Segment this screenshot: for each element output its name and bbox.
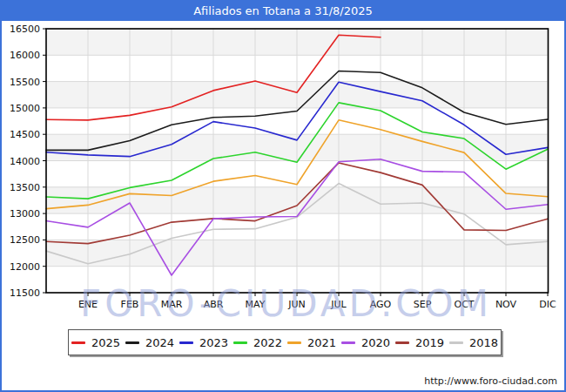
- y-tick-label: 11500: [10, 287, 40, 299]
- legend-label: 2019: [415, 336, 444, 349]
- legend-label: 2024: [145, 336, 174, 349]
- x-tick-label: DIC: [539, 299, 556, 310]
- y-tick-label: 12500: [10, 234, 40, 246]
- legend-label: 2025: [91, 336, 120, 349]
- legend-item-2024: 2024: [125, 336, 174, 349]
- x-tick-label: NOV: [495, 299, 517, 310]
- x-tick-label: AGO: [370, 299, 392, 310]
- y-tick-label: 16000: [10, 50, 40, 61]
- legend-label: 2021: [307, 336, 336, 349]
- legend-item-2021: 2021: [287, 336, 336, 349]
- x-tick-label: FEB: [121, 299, 139, 310]
- legend-label: 2020: [361, 336, 390, 349]
- legend-item-2018: 2018: [449, 336, 498, 349]
- x-tick-label: ABR: [204, 299, 224, 310]
- x-tick-label: ENE: [78, 299, 98, 310]
- x-tick-label: MAR: [161, 299, 183, 310]
- y-tick-label: 15500: [10, 77, 40, 88]
- x-tick-label: JUL: [330, 299, 347, 310]
- legend-dash-icon: [449, 341, 463, 344]
- y-tick-label: 16500: [10, 24, 40, 35]
- legend-dash-icon: [179, 341, 193, 344]
- legend-item-2019: 2019: [395, 336, 444, 349]
- y-tick-label: 13500: [10, 182, 40, 193]
- legend: 20252024202320222021202020192018: [68, 329, 502, 355]
- legend-dash-icon: [395, 341, 409, 344]
- legend-label: 2023: [199, 336, 228, 349]
- legend-dash-icon: [287, 341, 301, 344]
- legend-label: 2022: [253, 336, 282, 349]
- y-tick-label: 15000: [10, 103, 40, 114]
- x-tick-label: MAY: [246, 299, 266, 310]
- legend-item-2022: 2022: [233, 336, 282, 349]
- legend-dash-icon: [125, 341, 139, 344]
- legend-item-2023: 2023: [179, 336, 228, 349]
- legend-item-2020: 2020: [341, 336, 390, 349]
- legend-dash-icon: [233, 341, 247, 344]
- y-tick-label: 14000: [10, 156, 40, 167]
- legend-dash-icon: [71, 341, 85, 344]
- x-tick-label: SEP: [414, 299, 432, 310]
- x-tick-label: OCT: [454, 299, 474, 310]
- website-link[interactable]: http://www.foro-ciudad.com: [424, 375, 557, 387]
- legend-label: 2018: [469, 336, 498, 349]
- y-tick-label: 13000: [10, 208, 40, 220]
- window: Afiliados en Totana a 31/8/2025 16500160…: [0, 0, 566, 392]
- x-tick-label: JUN: [287, 299, 306, 310]
- legend-item-2025: 2025: [71, 336, 120, 349]
- legend-dash-icon: [341, 341, 355, 344]
- y-tick-label: 12000: [10, 261, 40, 273]
- y-tick-label: 14500: [10, 129, 40, 140]
